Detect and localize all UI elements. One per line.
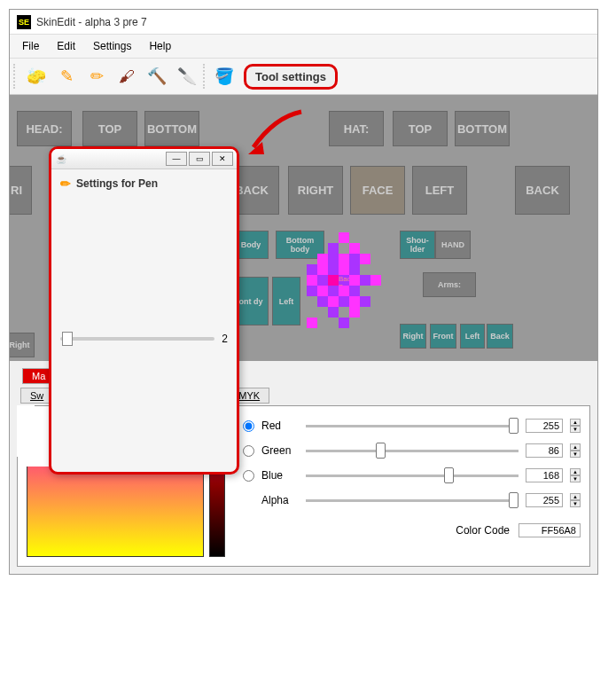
slider-red[interactable]	[306, 425, 519, 427]
region-backb: Back	[487, 324, 513, 349]
radio-red[interactable]	[243, 420, 254, 432]
region-bottom: BOTTOM	[144, 111, 199, 146]
input-red[interactable]	[526, 419, 563, 433]
knife-tool-icon[interactable]: 🔪	[173, 62, 201, 90]
red-down[interactable]: ▼	[570, 426, 581, 433]
region-hat: HAT:	[329, 111, 384, 146]
region-arms: Arms:	[423, 272, 476, 297]
region-right: RIGHT	[288, 166, 343, 215]
region-leftm: Left	[272, 277, 300, 325]
menu-file[interactable]: File	[13, 36, 48, 56]
red-up[interactable]: ▲	[570, 419, 581, 426]
menu-settings[interactable]: Settings	[84, 36, 140, 56]
input-green[interactable]	[526, 443, 563, 458]
blue-up[interactable]: ▲	[570, 468, 581, 475]
slider-alpha[interactable]	[306, 499, 519, 502]
green-down[interactable]: ▼	[570, 451, 581, 458]
tool-settings-button[interactable]: Tool settings	[244, 64, 338, 90]
menu-help[interactable]: Help	[140, 36, 180, 56]
pencil-tool-icon[interactable]: ✎	[52, 62, 81, 90]
input-alpha[interactable]	[526, 493, 563, 507]
region-top2: TOP	[393, 111, 448, 146]
slider-green[interactable]	[306, 450, 519, 452]
hammer-tool-icon[interactable]: 🔨	[143, 62, 171, 90]
region-back2: BACK	[515, 166, 570, 215]
window-title: SkinEdit - alpha 3 pre 7	[36, 16, 147, 28]
region-bottom2: BOTTOM	[455, 111, 510, 146]
blue-down[interactable]: ▼	[570, 475, 581, 482]
pen-size-value: 2	[222, 333, 228, 345]
pen-size-slider[interactable]	[60, 337, 214, 341]
maximize-icon[interactable]: ▭	[189, 152, 210, 166]
menubar: File Edit Settings Help	[10, 35, 597, 59]
label-green: Green	[261, 444, 299, 457]
slider-blue[interactable]	[306, 474, 519, 477]
popup-titlebar: ☕ — ▭ ✕	[51, 149, 237, 169]
region-head: HEAD:	[17, 111, 72, 146]
label-red: Red	[261, 420, 299, 432]
alpha-up[interactable]: ▲	[570, 493, 581, 500]
rgb-controls: Red ▲▼ Green ▲▼ Blue ▲▼	[243, 415, 581, 557]
label-alpha: Alpha	[261, 494, 299, 506]
region-hand: HAND	[435, 231, 471, 259]
radio-blue[interactable]	[243, 470, 254, 482]
color-code-input[interactable]	[519, 523, 581, 537]
menu-edit[interactable]: Edit	[48, 36, 84, 56]
bucket-tool-icon[interactable]: 🪣	[210, 62, 238, 90]
toolbar: 🧽 ✎ ✏ 🖌 🔨 🔪 🪣 Tool settings	[10, 59, 597, 95]
titlebar: SE SkinEdit - alpha 3 pre 7	[10, 10, 597, 35]
eraser-tool-icon[interactable]: 🧽	[22, 62, 51, 90]
alpha-down[interactable]: ▼	[570, 500, 581, 507]
pixel-art: Back Body	[307, 232, 409, 357]
region-front: Front	[430, 324, 456, 349]
region-ri: RI	[10, 166, 32, 215]
tool-settings-popup: ☕ — ▭ ✕ ✏ Settings for Pen 2	[49, 146, 239, 474]
radio-green[interactable]	[243, 445, 254, 457]
app-icon: SE	[17, 15, 31, 29]
pencil-icon: ✏	[60, 176, 71, 191]
popup-title: Settings for Pen	[76, 177, 158, 190]
brush-tool-icon[interactable]: 🖌	[113, 62, 141, 90]
pen-tool-icon[interactable]: ✏	[82, 62, 111, 90]
region-left: LEFT	[412, 166, 467, 215]
region-leftb: Left	[460, 324, 485, 349]
callout-arrow-icon	[248, 108, 310, 165]
green-up[interactable]: ▲	[570, 443, 581, 451]
close-icon[interactable]: ✕	[212, 152, 233, 166]
region-rightb: Right	[10, 333, 35, 357]
region-top: TOP	[82, 111, 137, 146]
minimize-icon[interactable]: —	[166, 152, 187, 166]
java-icon: ☕	[55, 153, 67, 165]
region-face: FACE	[350, 166, 405, 215]
label-blue: Blue	[261, 469, 299, 482]
color-code-label: Color Code	[456, 524, 510, 537]
input-blue[interactable]	[526, 468, 563, 482]
